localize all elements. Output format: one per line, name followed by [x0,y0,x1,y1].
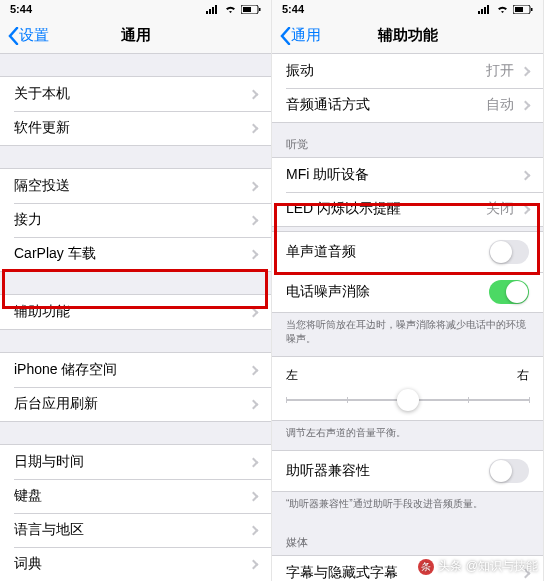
svg-rect-12 [515,7,523,12]
back-label: 设置 [19,26,49,45]
cell-mfi[interactable]: MFi 助听设备 [272,158,543,192]
phone-left-general: 5:44 设置 通用 关于本机 软件更新 隔空投送 接力 CarPlay 车载 … [0,0,272,581]
section-media: 媒体 [272,521,543,555]
svg-rect-8 [481,9,483,14]
cell-airdrop[interactable]: 隔空投送 [0,169,271,203]
note-noise: 当您将听筒放在耳边时，噪声消除将减少电话中的环境噪声。 [272,313,543,356]
note-compat: “助听器兼容性”通过助听手段改进音频质量。 [272,492,543,521]
cell-software-update[interactable]: 软件更新 [0,111,271,145]
cell-handoff[interactable]: 接力 [0,203,271,237]
chevron-icon [249,181,259,191]
balance-slider[interactable] [286,390,529,410]
chevron-icon [249,399,259,409]
chevron-icon [249,525,259,535]
chevron-icon [249,491,259,501]
chevron-icon [249,457,259,467]
toggle-mono-audio[interactable] [489,240,529,264]
chevron-icon [249,307,259,317]
balance-slider-row: 左 右 [272,356,543,421]
cell-dictionary[interactable]: 词典 [0,547,271,581]
svg-rect-1 [209,9,211,14]
cell-storage[interactable]: iPhone 储存空间 [0,353,271,387]
svg-rect-5 [243,7,251,12]
cell-vibration[interactable]: 振动打开 [272,54,543,88]
back-button[interactable]: 通用 [280,26,321,45]
toggle-noise-cancel[interactable] [489,280,529,304]
chevron-icon [521,66,531,76]
back-label: 通用 [291,26,321,45]
svg-rect-13 [531,8,533,11]
chevron-icon [249,89,259,99]
cell-noise-cancel[interactable]: 电话噪声消除 [272,272,543,312]
status-time: 5:44 [10,3,32,15]
phone-right-accessibility: 5:44 通用 辅助功能 振动打开 音频通话方式自动 听觉 MFi 助听设备 L… [272,0,544,581]
status-time: 5:44 [282,3,304,15]
chevron-icon [521,204,531,214]
cell-carplay[interactable]: CarPlay 车载 [0,237,271,271]
chevron-icon [249,215,259,225]
chevron-icon [249,249,259,259]
status-bar: 5:44 [0,0,271,18]
nav-bar: 通用 辅助功能 [272,18,543,54]
svg-rect-2 [212,7,214,14]
watermark-text: 头条 @知识与技能 [438,558,538,575]
status-bar: 5:44 [272,0,543,18]
svg-rect-7 [478,11,480,14]
watermark: 条 头条 @知识与技能 [418,558,538,575]
back-button[interactable]: 设置 [8,26,49,45]
chevron-icon [249,365,259,375]
cell-datetime[interactable]: 日期与时间 [0,445,271,479]
cell-mono-audio[interactable]: 单声道音频 [272,232,543,272]
section-hearing: 听觉 [272,123,543,157]
note-slider: 调节左右声道的音量平衡。 [272,421,543,450]
status-icons [478,5,533,14]
cell-about[interactable]: 关于本机 [0,77,271,111]
cell-language[interactable]: 语言与地区 [0,513,271,547]
slider-left-label: 左 [286,367,298,384]
svg-rect-3 [215,5,217,14]
slider-right-label: 右 [517,367,529,384]
cell-led-flash[interactable]: LED 闪烁以示提醒关闭 [272,192,543,226]
toggle-hearing-compat[interactable] [489,459,529,483]
slider-knob[interactable] [397,389,419,411]
svg-rect-6 [259,8,261,11]
nav-bar: 设置 通用 [0,18,271,54]
cell-accessibility[interactable]: 辅助功能 [0,295,271,329]
svg-rect-10 [487,5,489,14]
chevron-icon [249,559,259,569]
chevron-icon [521,170,531,180]
status-icons [206,5,261,14]
cell-keyboard[interactable]: 键盘 [0,479,271,513]
cell-audio-call[interactable]: 音频通话方式自动 [272,88,543,122]
settings-list[interactable]: 关于本机 软件更新 隔空投送 接力 CarPlay 车载 辅助功能 iPhone… [0,54,271,581]
accessibility-list[interactable]: 振动打开 音频通话方式自动 听觉 MFi 助听设备 LED 闪烁以示提醒关闭 单… [272,54,543,581]
svg-rect-9 [484,7,486,14]
cell-hearing-compat[interactable]: 助听器兼容性 [272,451,543,491]
chevron-icon [249,123,259,133]
watermark-logo-icon: 条 [418,559,434,575]
svg-rect-0 [206,11,208,14]
chevron-icon [521,100,531,110]
cell-background-refresh[interactable]: 后台应用刷新 [0,387,271,421]
